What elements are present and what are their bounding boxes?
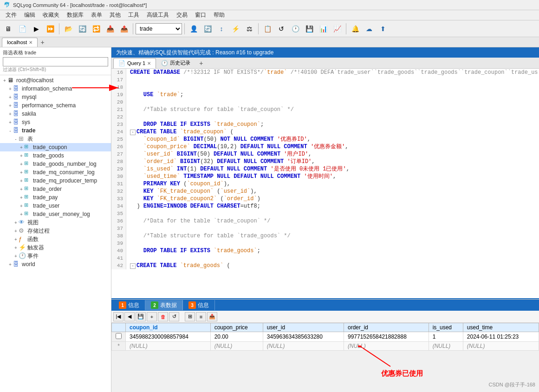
execute-all-btn[interactable]: ⏩	[44, 22, 57, 35]
expand-icon[interactable]: +	[13, 228, 19, 234]
import-btn[interactable]: 📥	[104, 22, 117, 35]
line-content[interactable]: /*Table structure for table `trade_goods…	[126, 232, 291, 240]
expand-icon[interactable]: -	[7, 128, 13, 133]
menu-item[interactable]: 交易	[173, 10, 191, 20]
new-conn-btn[interactable]: 🖥	[2, 22, 15, 35]
menu-item[interactable]: 收藏夹	[39, 10, 63, 20]
line-content[interactable]: `coupon_id` BIGINT(50) NOT NULL COMMENT …	[126, 136, 311, 143]
result-refresh-btn[interactable]: ↺	[169, 312, 179, 321]
code-line[interactable]: 21 /*Table structure for table `trade_co…	[111, 106, 539, 113]
line-content[interactable]: /*Data for the table `trade_coupon` */	[126, 217, 270, 225]
menu-item[interactable]: 文件	[2, 10, 20, 20]
expand-icon[interactable]: -	[13, 136, 19, 142]
code-line[interactable]: 24-CREATE TABLE `trade_coupon` (	[111, 128, 539, 136]
tree-item-函数[interactable]: +ƒ函数	[0, 235, 111, 243]
backup2-btn[interactable]: 💾	[303, 22, 316, 35]
menu-item[interactable]: 其他	[106, 10, 124, 20]
line-content[interactable]: CREATE DATABASE /*!32312 IF NOT EXISTS*/…	[126, 69, 538, 76]
tab-query1[interactable]: 📄 Query 1 ✕	[113, 58, 156, 68]
tree-item-trade_coupon[interactable]: +⊞trade_coupon	[0, 143, 111, 151]
code-line[interactable]: 17	[111, 76, 539, 84]
expand-icon[interactable]: +	[19, 211, 24, 217]
line-content[interactable]: `user_id` BIGINT(50) DEFAULT NULL COMMEN…	[126, 150, 312, 158]
menu-item[interactable]: 帮助	[210, 10, 228, 20]
code-line[interactable]: 25 `coupon_id` BIGINT(50) NOT NULL COMME…	[111, 136, 539, 143]
expand-icon[interactable]: +	[2, 78, 7, 83]
tree-item-表[interactable]: -⊞表	[0, 135, 111, 143]
result-row-btn[interactable]: ≡	[196, 312, 206, 321]
expand-icon[interactable]: +	[7, 86, 13, 91]
job-btn[interactable]: 📊	[317, 22, 330, 35]
result-tab-表数据[interactable]: 2 表数据	[145, 300, 183, 310]
schema-btn[interactable]: 🔄	[201, 22, 214, 35]
line-content[interactable]: PRIMARY KEY (`coupon_id`),	[126, 180, 230, 188]
code-line[interactable]: 33 KEY `FK_trade_coupon2` (`order_id`)	[111, 195, 539, 203]
tree-item-performance_schema[interactable]: +🗄performance_schema	[0, 101, 111, 110]
filter-input[interactable]	[3, 57, 108, 66]
code-line[interactable]: 41	[111, 255, 539, 262]
code-line[interactable]: 22	[111, 113, 539, 121]
result-add-btn[interactable]: +	[147, 312, 157, 321]
line-content[interactable]: `coupon_price` DECIMAL(10,2) DEFAULT NUL…	[126, 143, 349, 150]
tree-item-trade_order[interactable]: +⊞trade_order	[0, 185, 111, 193]
menu-item[interactable]: 工具	[124, 10, 143, 20]
expand-icon[interactable]: +	[19, 203, 24, 209]
tab-history[interactable]: 🕐 历史记录	[156, 58, 195, 68]
open-file-btn[interactable]: 📂	[62, 22, 75, 35]
line-content[interactable]	[126, 113, 130, 121]
tree-item-trade_goods_number_log[interactable]: +⊞trade_goods_number_log	[0, 160, 111, 168]
code-line[interactable]: 26 `coupon_price` DECIMAL(10,2) DEFAULT …	[111, 143, 539, 150]
user-btn[interactable]: 👤	[187, 22, 200, 35]
expand-icon[interactable]: +	[19, 161, 24, 167]
expand-icon[interactable]: +	[19, 195, 24, 200]
migrate-btn[interactable]: ⚡	[229, 22, 242, 35]
schedule-btn[interactable]: 🕐	[289, 22, 302, 35]
code-line[interactable]: 38 /*Table structure for table `trade_go…	[111, 232, 539, 240]
line-content[interactable]: DROP TABLE IF EXISTS `trade_goods`;	[126, 247, 260, 255]
result-del-btn[interactable]: 🗑	[158, 312, 168, 321]
menu-item[interactable]: 编辑	[20, 10, 39, 20]
tree-item-trade_user_money_log[interactable]: +⊞trade_user_money_log	[0, 210, 111, 218]
expand-icon[interactable]: +	[19, 186, 24, 192]
tree-item-sakila[interactable]: +🗄sakila	[0, 110, 111, 118]
code-line[interactable]: 16CREATE DATABASE /*!32312 IF NOT EXISTS…	[111, 69, 539, 76]
tree-item-root@localhost[interactable]: +🖥root@localhost	[0, 76, 111, 85]
line-content[interactable]: `used_time` TIMESTAMP NULL DEFAULT NULL …	[126, 173, 336, 180]
tree-item-information_schema[interactable]: +🗄information_schema	[0, 85, 111, 93]
result-first-btn[interactable]: |◀	[113, 312, 123, 321]
tree-item-sys[interactable]: +🗄sys	[0, 118, 111, 126]
code-line[interactable]: 39	[111, 240, 539, 247]
result-prev-btn[interactable]: ◀	[124, 312, 135, 321]
result-tab-信息[interactable]: 1 信息	[113, 300, 145, 310]
table-row[interactable]: 345988230009885798420.003459636343856332…	[112, 332, 539, 342]
notify-btn[interactable]: 🔔	[349, 22, 362, 35]
line-content[interactable]: USE `trade`;	[126, 91, 183, 98]
tree-item-mysql[interactable]: +🗄mysql	[0, 93, 111, 101]
line-content[interactable]: DROP TABLE IF EXISTS `trade_coupon`;	[126, 121, 264, 128]
history-btn[interactable]: 📋	[261, 22, 274, 35]
tree-item-视图[interactable]: +👁视图	[0, 218, 111, 227]
line-content[interactable]	[126, 240, 130, 247]
tree-item-trade_pay[interactable]: +⊞trade_pay	[0, 193, 111, 202]
expand-icon[interactable]: +	[7, 111, 13, 117]
new-query-btn[interactable]: 📄	[16, 22, 29, 35]
cell-coupon_id[interactable]: 3459882300098857984	[126, 332, 211, 342]
code-line[interactable]: 23 DROP TABLE IF EXISTS `trade_coupon`;	[111, 121, 539, 128]
tree-item-world[interactable]: +🗄world	[0, 260, 111, 268]
cell-is_used[interactable]: 1	[429, 332, 463, 342]
code-line[interactable]: 40 DROP TABLE IF EXISTS `trade_goods`;	[111, 247, 539, 255]
db-selector[interactable]: trade	[136, 23, 182, 34]
add-query-tab-btn[interactable]: +	[195, 59, 207, 67]
result-col-btn[interactable]: ⊞	[185, 312, 195, 321]
code-line[interactable]: 30 `used_time` TIMESTAMP NULL DEFAULT NU…	[111, 173, 539, 180]
result-save-btn[interactable]: 💾	[136, 312, 146, 321]
sql-editor[interactable]: 16CREATE DATABASE /*!32312 IF NOT EXISTS…	[111, 69, 539, 299]
report-btn[interactable]: 📈	[331, 22, 344, 35]
code-line[interactable]: 27 `user_id` BIGINT(50) DEFAULT NULL COM…	[111, 150, 539, 158]
menu-item[interactable]: 高级工具	[143, 10, 173, 20]
expand-icon[interactable]: +	[7, 261, 13, 267]
tree-item-触发器[interactable]: +⚡触发器	[0, 243, 111, 252]
code-line[interactable]: 28 `order_id` BIGINT(32) DEFAULT NULL CO…	[111, 158, 539, 165]
line-content[interactable]	[126, 225, 130, 232]
line-content[interactable]: `order_id` BIGINT(32) DEFAULT NULL COMME…	[126, 158, 315, 165]
